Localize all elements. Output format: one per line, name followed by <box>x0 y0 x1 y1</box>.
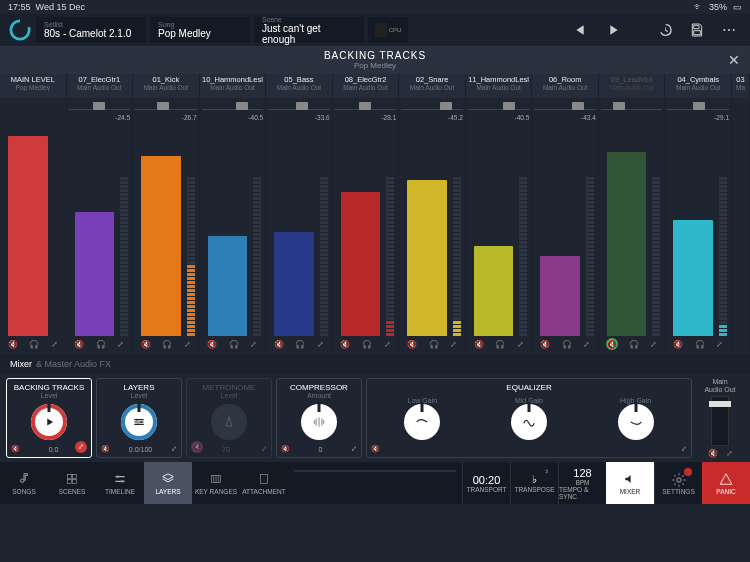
fader[interactable] <box>599 102 665 336</box>
mute-icon[interactable]: 🔇 <box>474 340 484 349</box>
headphone-icon[interactable]: 🎧 <box>162 340 172 349</box>
more-icon[interactable] <box>714 17 744 43</box>
expand-icon[interactable]: ⤢ <box>726 449 733 458</box>
fader[interactable]: -26.7 <box>133 102 199 336</box>
headphone-icon[interactable]: 🎧 <box>229 340 239 349</box>
nav-songs[interactable]: SONGS <box>0 462 48 504</box>
expand-icon[interactable]: ⤢ <box>317 340 324 349</box>
mute-icon[interactable]: 🔇 <box>101 445 110 453</box>
mute-icon[interactable]: 🔇 <box>340 340 350 349</box>
next-button[interactable] <box>598 17 628 43</box>
fader[interactable]: -40.5 <box>466 102 532 336</box>
nav-attachment[interactable]: ATTACHMENT <box>240 462 288 504</box>
expand-icon[interactable]: ⤢ <box>261 445 267 453</box>
compressor-tile[interactable]: COMPRESSOR Amount 🔇0⤢ <box>276 378 362 458</box>
expand-icon[interactable]: ⤢ <box>384 340 391 349</box>
scene-cell[interactable]: Scene Just can't get enough <box>254 17 364 43</box>
metronome-mute-icon[interactable]: 🔇 <box>191 441 203 453</box>
prev-button[interactable] <box>566 17 596 43</box>
track-header[interactable]: 03Ma <box>732 74 750 98</box>
mute-icon[interactable]: 🔇 <box>606 338 618 350</box>
eq-low-knob[interactable] <box>404 404 440 440</box>
backing-knob[interactable] <box>31 404 67 440</box>
mute-icon[interactable]: 🔇 <box>407 340 417 349</box>
timeline-scrubber[interactable] <box>294 470 456 504</box>
panic-button[interactable]: PANIC <box>702 462 750 504</box>
track-header[interactable]: 05_BassMain Audio Out <box>266 74 333 98</box>
layers-tile[interactable]: LAYERS Level 🔇0.0/100⤢ <box>96 378 182 458</box>
expand-icon[interactable]: ⤢ <box>171 445 177 453</box>
track-header[interactable]: 07_ElecGtr1Main Audio Out <box>67 74 134 98</box>
track-header[interactable]: 01_KickMain Audio Out <box>133 74 200 98</box>
fader[interactable]: -33.6 <box>266 102 332 336</box>
fader[interactable]: -28.1 <box>333 102 399 336</box>
mute-icon[interactable]: 🔇 <box>141 340 151 349</box>
mute-icon[interactable]: 🔇 <box>540 340 550 349</box>
mute-icon[interactable]: 🔇 <box>708 449 718 458</box>
equalizer-tile[interactable]: EQUALIZER Low Gain Mid Gain High Gain 🔇⤢ <box>366 378 692 458</box>
compressor-knob[interactable] <box>301 404 337 440</box>
nav-settings[interactable]: SETTINGS <box>654 462 702 504</box>
headphone-icon[interactable]: 🎧 <box>629 340 639 349</box>
headphone-icon[interactable]: 🎧 <box>96 340 106 349</box>
expand-icon[interactable]: ⤢ <box>681 445 687 453</box>
fader[interactable] <box>0 102 66 336</box>
expand-icon[interactable]: ⤢ <box>75 441 87 453</box>
fader[interactable] <box>732 102 749 336</box>
expand-icon[interactable]: ⤢ <box>351 445 357 453</box>
transport-cell[interactable]: 00:20TRANSPORT <box>462 462 510 504</box>
nav-scenes[interactable]: SCENES <box>48 462 96 504</box>
fader[interactable]: -29.1 <box>665 102 731 336</box>
mute-icon[interactable]: 🔇 <box>673 340 683 349</box>
headphone-icon[interactable]: 🎧 <box>562 340 572 349</box>
expand-icon[interactable]: ⤢ <box>51 340 58 349</box>
track-header[interactable]: MAIN LEVELPop Medley <box>0 74 67 98</box>
headphone-icon[interactable]: 🎧 <box>29 340 39 349</box>
expand-icon[interactable]: ⤢ <box>716 340 723 349</box>
setlist-cell[interactable]: Setlist 80s - Camelot 2.1.0 <box>36 17 146 43</box>
eq-high-knob[interactable] <box>618 404 654 440</box>
nav-mixer[interactable]: MIXER <box>606 462 654 504</box>
headphone-icon[interactable]: 🎧 <box>695 340 705 349</box>
expand-icon[interactable]: ⤢ <box>117 340 124 349</box>
transpose-cell[interactable]: ♭♯TRANSPOSE <box>510 462 558 504</box>
mute-icon[interactable]: 🔇 <box>74 340 84 349</box>
headphone-icon[interactable]: 🎧 <box>495 340 505 349</box>
track-header[interactable]: 09_LeadVoxMain Audio Out <box>599 74 666 98</box>
track-header[interactable]: 10_HammondLeslMain Audio Out <box>200 74 267 98</box>
track-header[interactable]: 02_SnareMain Audio Out <box>399 74 466 98</box>
fader[interactable]: -24.5 <box>67 102 133 336</box>
expand-icon[interactable]: ⤢ <box>450 340 457 349</box>
main-out-fader[interactable] <box>711 396 729 446</box>
backing-tracks-tile[interactable]: BACKING TRACKS Level 🔇0.0 ⤢ <box>6 378 92 458</box>
save-icon[interactable] <box>682 17 712 43</box>
metronome-tile[interactable]: METRONOME Level 70⤢ 🔇 <box>186 378 272 458</box>
metronome-knob[interactable] <box>211 404 247 440</box>
nav-keyranges[interactable]: KEY RANGES <box>192 462 240 504</box>
nav-timeline[interactable]: TIMELINE <box>96 462 144 504</box>
mute-icon[interactable]: 🔇 <box>274 340 284 349</box>
eq-mid-knob[interactable] <box>511 404 547 440</box>
mute-icon[interactable]: 🔇 <box>281 445 290 453</box>
fader[interactable]: -40.5 <box>200 102 266 336</box>
layers-knob[interactable] <box>121 404 157 440</box>
close-icon[interactable]: ✕ <box>728 52 740 68</box>
headphone-icon[interactable]: 🎧 <box>429 340 439 349</box>
headphone-icon[interactable]: 🎧 <box>362 340 372 349</box>
song-cell[interactable]: Song Pop Medley <box>150 17 250 43</box>
mute-icon[interactable]: 🔇 <box>11 445 20 453</box>
expand-icon[interactable]: ⤢ <box>250 340 257 349</box>
mute-icon[interactable]: 🔇 <box>207 340 217 349</box>
fader[interactable]: -45.2 <box>399 102 465 336</box>
fader[interactable]: -43.4 <box>532 102 598 336</box>
expand-icon[interactable]: ⤢ <box>583 340 590 349</box>
expand-icon[interactable]: ⤢ <box>650 340 657 349</box>
mute-icon[interactable]: 🔇 <box>8 340 18 349</box>
track-header[interactable]: 11_HammondLeslMain Audio Out <box>466 74 533 98</box>
track-header[interactable]: 06_RoomMain Audio Out <box>532 74 599 98</box>
track-header[interactable]: 04_CymbalsMain Audio Out <box>665 74 732 98</box>
expand-icon[interactable]: ⤢ <box>184 340 191 349</box>
nav-layers[interactable]: LAYERS <box>144 462 192 504</box>
track-header[interactable]: 08_ElecGtr2Main Audio Out <box>333 74 400 98</box>
history-icon[interactable] <box>650 17 680 43</box>
